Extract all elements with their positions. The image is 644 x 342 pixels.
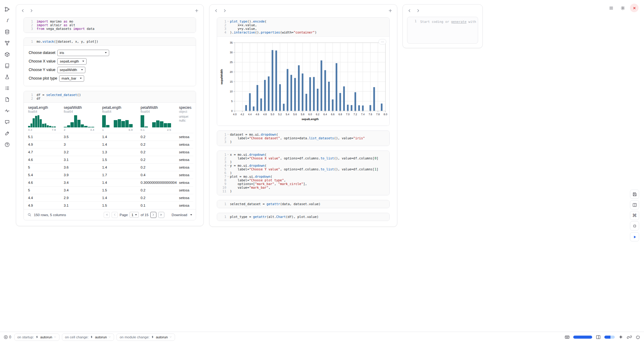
prev-page-button[interactable] bbox=[112, 212, 118, 218]
command-palette-button[interactable]: ⌘ bbox=[630, 211, 639, 220]
save-button[interactable] bbox=[630, 190, 639, 199]
run-config-chip[interactable]: on cell change:autorun bbox=[62, 333, 114, 341]
rail-package-button[interactable] bbox=[3, 50, 11, 59]
column-header-petalLength[interactable]: petalLengthfloat64 bbox=[100, 105, 139, 114]
rail-help-button[interactable] bbox=[3, 140, 11, 149]
chevron-left-icon[interactable] bbox=[406, 7, 413, 14]
dropdown-choose-dataset[interactable]: iris bbox=[57, 50, 109, 56]
memory-meter bbox=[604, 336, 615, 339]
add-cell-button[interactable] bbox=[193, 7, 200, 14]
errors-indicator[interactable]: 0 bbox=[4, 335, 11, 339]
next-page-button[interactable] bbox=[150, 212, 156, 218]
dropdown-form-output: Choose datasetirisChoose X valuesepalLen… bbox=[24, 45, 196, 86]
generate-with-ai-link[interactable]: generate bbox=[451, 20, 467, 23]
dropdown-choose-y-value[interactable]: sepalWidth bbox=[57, 67, 85, 73]
run-config-chip[interactable]: on startup:autorun bbox=[14, 333, 59, 341]
line-number: 3 bbox=[217, 140, 226, 144]
line-number: 1 bbox=[24, 93, 33, 97]
shutdown-icon[interactable] bbox=[635, 335, 640, 340]
column-header-petalWidth[interactable]: petalWidthfloat64 bbox=[139, 105, 177, 114]
keyboard-shortcuts-icon[interactable] bbox=[565, 335, 570, 340]
run-all-button[interactable] bbox=[630, 232, 639, 241]
fold-chevron-icon[interactable] bbox=[226, 153, 230, 156]
code-line: 1df = selected_dataset() bbox=[24, 93, 193, 97]
download-button[interactable]: Download bbox=[172, 213, 192, 217]
cell-plot: 1plot_type().encode(2 x=x.value,3 y=y.va… bbox=[217, 17, 390, 126]
table-row[interactable]: 53.41.50.2setosa bbox=[26, 186, 193, 194]
column-header-bar bbox=[16, 5, 203, 15]
svg-text:4.6: 4.6 bbox=[256, 113, 259, 116]
code-editor[interactable]: 1selected_dataset = getattr(data, datase… bbox=[217, 200, 389, 208]
rail-scratchpad-button[interactable] bbox=[3, 129, 11, 137]
table-row[interactable]: 4.73.21.30.2setosa bbox=[26, 148, 193, 156]
fold-chevron-icon[interactable] bbox=[226, 133, 230, 136]
table-row[interactable]: 4.931.40.2setosa bbox=[26, 141, 193, 148]
rail-documentation-button[interactable] bbox=[3, 61, 11, 70]
run-controls bbox=[630, 221, 639, 241]
first-page-button[interactable] bbox=[104, 212, 110, 218]
rail-tracing-button[interactable] bbox=[3, 106, 11, 115]
table-histogram-row: 4.37.924.416.90.12.5unique:nulls: bbox=[26, 114, 193, 133]
table-row[interactable]: 5.43.91.70.4setosa bbox=[26, 171, 193, 179]
layout-view-button[interactable] bbox=[630, 200, 639, 209]
table-row[interactable]: 4.93.11.50.1setosa bbox=[26, 201, 193, 209]
dropdown-choose-plot-type[interactable]: mark_bar bbox=[59, 75, 84, 82]
table-row[interactable]: 53.61.40.2setosa bbox=[26, 163, 193, 171]
code-line: 11) bbox=[217, 189, 387, 193]
code-editor[interactable]: 1mo.vstack([dataset, x, y, plot]) bbox=[24, 38, 196, 45]
rail-functions-button[interactable]: f bbox=[3, 16, 11, 25]
table-row[interactable]: 4.42.91.40.2setosa bbox=[26, 194, 193, 201]
code-editor[interactable]: 1plot_type = getattr(alt.Chart(df), plot… bbox=[217, 213, 389, 221]
rail-snippets-button[interactable] bbox=[3, 95, 11, 104]
form-row: Choose datasetiris bbox=[29, 49, 191, 56]
fold-chevron-icon[interactable] bbox=[226, 20, 230, 23]
table-row[interactable]: 5.13.51.40.2setosa bbox=[26, 133, 193, 141]
fold-chevron-icon[interactable] bbox=[226, 175, 230, 178]
code-editor[interactable]: 1import marimo as mo2import altair as al… bbox=[24, 18, 196, 33]
stop-button[interactable] bbox=[630, 221, 639, 230]
helper-panel-rail: f bbox=[0, 0, 14, 332]
chevron-right-icon[interactable] bbox=[221, 7, 228, 14]
connection-icon[interactable] bbox=[627, 335, 632, 340]
code-editor[interactable]: 1x = mo.ui.dropdown(2 label="Choose X va… bbox=[217, 151, 389, 195]
rail-outline-button[interactable] bbox=[3, 84, 11, 92]
column-header-species[interactable]: speciesobject bbox=[177, 105, 196, 114]
line-number: 1 bbox=[217, 215, 226, 219]
ai-sparkle-icon[interactable] bbox=[618, 335, 623, 340]
column-header-sepalLength[interactable]: sepalLengthfloat64 bbox=[26, 105, 62, 114]
rail-chat-button[interactable] bbox=[3, 118, 11, 126]
line-number: 2 bbox=[217, 23, 226, 27]
chevron-left-icon[interactable] bbox=[213, 7, 220, 14]
table-row[interactable]: 4.63.41.40.30000000000000004setosa bbox=[26, 179, 193, 186]
chart-menu-button[interactable] bbox=[378, 39, 386, 45]
fold-chevron-icon[interactable] bbox=[226, 164, 230, 167]
table-row[interactable]: 4.63.11.50.2setosa bbox=[26, 156, 193, 163]
altair-bar-chart: 4.04.24.44.64.85.05.25.45.65.86.06.26.46… bbox=[218, 39, 387, 123]
run-config-chip[interactable]: on module change:autorun bbox=[116, 333, 175, 341]
search-icon[interactable] bbox=[27, 213, 31, 217]
dropdown-choose-x-value[interactable]: sepalLength bbox=[57, 58, 87, 65]
settings-gear-icon[interactable] bbox=[618, 4, 627, 12]
column-histogram bbox=[141, 115, 171, 127]
empty-code-editor[interactable]: 1 Start coding or generate with bbox=[407, 17, 478, 44]
page-select[interactable]: 1 bbox=[130, 212, 139, 218]
chevron-right-icon[interactable] bbox=[414, 7, 422, 14]
rail-database-button[interactable] bbox=[3, 27, 11, 36]
rail-file-tree-button[interactable] bbox=[3, 5, 11, 13]
code-editor[interactable]: 1plot_type().encode(2 x=x.value,3 y=y.va… bbox=[217, 18, 389, 36]
rail-experiments-button[interactable] bbox=[3, 73, 11, 81]
code-line: 1plot_type = getattr(alt.Chart(df), plot… bbox=[217, 215, 387, 219]
column-header-sepalWidth[interactable]: sepalWidthfloat64 bbox=[62, 105, 100, 114]
last-page-button[interactable] bbox=[158, 212, 164, 218]
code-editor[interactable]: 1df = selected_dataset()2df bbox=[24, 91, 196, 102]
experiments-icon bbox=[5, 74, 10, 80]
chevron-right-icon[interactable] bbox=[28, 7, 35, 14]
chevron-left-icon[interactable] bbox=[19, 7, 27, 14]
close-icon[interactable] bbox=[630, 4, 639, 12]
menu-icon[interactable] bbox=[607, 4, 615, 12]
code-editor[interactable]: 1dataset = mo.ui.dropdown(2 label="Choos… bbox=[217, 131, 389, 146]
rail-dependency-graph-button[interactable] bbox=[3, 39, 11, 47]
panel-layout-icon[interactable] bbox=[596, 335, 601, 340]
add-cell-button[interactable] bbox=[387, 7, 394, 14]
svg-text:sepalWidth: sepalWidth bbox=[220, 69, 223, 85]
